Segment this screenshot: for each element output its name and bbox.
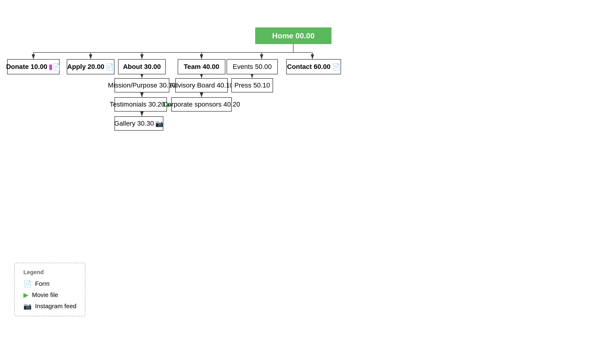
node-events-label: Events 50.00 (233, 63, 272, 71)
legend-form-label: Form (35, 280, 50, 287)
node-press[interactable]: Press 50.10 (231, 78, 273, 92)
node-donate[interactable]: Donate 10.00 ▮📄 (7, 59, 60, 74)
node-home[interactable]: Home 00.00 (255, 27, 332, 44)
node-testimonials-label: Testimonials 30.20 (110, 101, 165, 108)
legend: Legend 📄 Form ▶ Movie file 📷 Instagram f… (14, 263, 85, 316)
legend-instagram-icon: 📷 (23, 302, 32, 310)
site-map-diagram: Home 00.00 Donate 10.00 ▮📄 Apply 20.00 📄… (0, 0, 590, 364)
node-contact-label: Contact 60.00 (287, 63, 330, 71)
node-home-label: Home 00.00 (272, 32, 315, 40)
node-corporate[interactable]: Corporate sponsors 40.20 (171, 97, 232, 111)
node-gallery-label: Gallery 30.30 (114, 120, 154, 127)
node-mission-label: Mission/Purpose 30.10 (108, 82, 176, 89)
node-team[interactable]: Team 40.00 (178, 59, 225, 74)
form-icon: ▮📄 (49, 63, 61, 71)
node-advisory-label: Advisory Board 40.10 (170, 82, 234, 89)
arrows-svg (0, 0, 590, 364)
node-team-label: Team 40.00 (184, 63, 219, 71)
node-about[interactable]: About 30.00 (118, 59, 166, 74)
legend-item-movie: ▶ Movie file (23, 291, 76, 299)
node-corporate-label: Corporate sponsors 40.20 (163, 101, 240, 108)
node-mission[interactable]: Mission/Purpose 30.10 (114, 78, 169, 92)
node-press-label: Press 50.10 (234, 82, 270, 89)
node-donate-label: Donate 10.00 (6, 63, 47, 71)
node-about-label: About 30.00 (123, 63, 161, 71)
form-icon-contact: 📄 (332, 63, 340, 71)
node-events[interactable]: Events 50.00 (227, 59, 278, 74)
form-icon-apply: 📄 (106, 63, 114, 71)
legend-item-form: 📄 Form (23, 280, 76, 288)
instagram-icon: 📷 (155, 120, 164, 128)
node-apply-label: Apply 20.00 (67, 63, 105, 71)
legend-form-icon: 📄 (23, 280, 32, 288)
node-testimonials[interactable]: Testimonials 30.20 ▶ (114, 97, 167, 111)
legend-instagram-label: Instagram feed (35, 303, 76, 310)
node-contact[interactable]: Contact 60.00 📄 (286, 59, 341, 74)
node-gallery[interactable]: Gallery 30.30 📷 (114, 116, 163, 131)
legend-movie-label: Movie file (32, 291, 58, 299)
legend-title: Legend (23, 269, 76, 276)
legend-item-instagram: 📷 Instagram feed (23, 302, 76, 310)
node-advisory[interactable]: Advisory Board 40.10 (175, 78, 228, 92)
legend-movie-icon: ▶ (23, 291, 29, 299)
node-apply[interactable]: Apply 20.00 📄 (67, 59, 114, 74)
